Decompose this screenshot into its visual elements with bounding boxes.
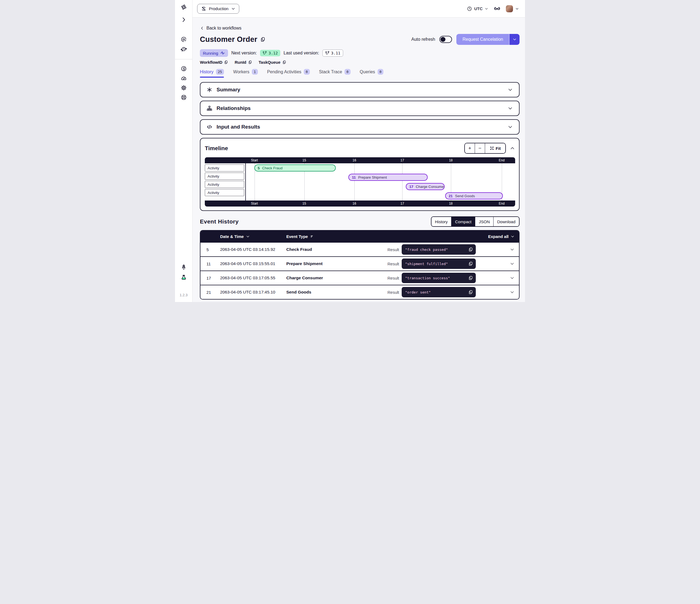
- sidebar-item-schedules-icon[interactable]: [180, 46, 187, 52]
- status-label: Running: [203, 51, 218, 55]
- namespace-selector[interactable]: Production: [197, 4, 239, 14]
- bar-event-id: 17: [409, 185, 413, 189]
- sidebar-item-workflows-icon[interactable]: [180, 36, 187, 43]
- copy-icon: [224, 60, 228, 64]
- expand-row-button[interactable]: [510, 290, 515, 295]
- sidebar-item-nexus-icon[interactable]: [180, 65, 187, 72]
- timeline-chart: Start15161718End ActivityActivityActivit…: [205, 157, 515, 207]
- copy-icon: [468, 261, 473, 266]
- view-history[interactable]: History: [431, 217, 452, 226]
- content: Back to workflows Customer Order Auto re…: [193, 18, 525, 302]
- result-chip[interactable]: "transaction success": [402, 273, 476, 283]
- timeline-row-label: Activity: [205, 164, 244, 171]
- timeline-row: 5Check Fraud: [246, 163, 515, 173]
- timeline-axis-bottom: Start15161718End: [205, 200, 515, 207]
- code-icon: [206, 124, 212, 130]
- bar-event-id: 21: [449, 194, 453, 198]
- auto-refresh-toggle[interactable]: [440, 36, 452, 43]
- sidebar-item-usage-gauge-icon[interactable]: [180, 75, 187, 81]
- summary-panel-header[interactable]: Summary: [200, 82, 520, 97]
- labs-glasses-button[interactable]: [494, 5, 500, 12]
- tab-count-badge: 0: [345, 69, 351, 75]
- result-label: Result: [388, 247, 399, 252]
- view-json[interactable]: JSON: [475, 217, 494, 226]
- tab-workers[interactable]: Workers1: [233, 69, 258, 78]
- main-area: Production UTC: [193, 0, 525, 302]
- timeline-row: 11Prepare Shipment: [246, 173, 515, 182]
- tab-label: Stack Trace: [319, 70, 342, 74]
- meta-label: WorkflowID: [200, 60, 222, 65]
- sidebar-item-support-lifebuoy-icon[interactable]: [180, 94, 187, 101]
- tab-pending-activities[interactable]: Pending Activities0: [267, 69, 310, 78]
- input-results-panel-header[interactable]: Input and Results: [200, 119, 520, 135]
- axis-tick-label: Start: [251, 157, 258, 163]
- tab-queries[interactable]: Queries0: [360, 69, 384, 78]
- result-chip[interactable]: "order sent": [402, 287, 476, 297]
- event-row-11[interactable]: 112063-04-05 UTC 03:15:55.01Prepare Ship…: [200, 256, 519, 270]
- chevron-down-icon: [512, 37, 517, 42]
- table-header: Date & Time Event Type Expand all: [200, 231, 519, 242]
- zoom-out-button[interactable]: −: [475, 143, 485, 153]
- chevron-down-icon: [510, 275, 515, 281]
- column-datetime[interactable]: Date & Time: [220, 234, 286, 239]
- timezone-selector[interactable]: UTC: [467, 6, 489, 11]
- zoom-fit-button[interactable]: Fit: [485, 143, 505, 153]
- expand-row-button[interactable]: [510, 261, 515, 266]
- expand-row-button[interactable]: [510, 275, 515, 281]
- result-chip[interactable]: "shipment fulfilled": [402, 259, 476, 269]
- sidebar-item-labs-flask-icon[interactable]: [180, 274, 187, 281]
- hierarchy-icon: [206, 105, 212, 111]
- app-logo-icon: [180, 4, 187, 10]
- cancelation-options-button[interactable]: [509, 34, 520, 45]
- timeline-bar-send-goods[interactable]: 21Send Goods: [445, 192, 503, 199]
- view-compact[interactable]: Compact: [451, 217, 475, 226]
- view-download[interactable]: Download: [494, 217, 519, 226]
- timeline-bar-charge-consumer[interactable]: 17Charge Consumer: [406, 183, 445, 190]
- request-cancelation-button[interactable]: Request Cancelation: [456, 34, 509, 45]
- avatar: [506, 5, 513, 12]
- last-used-version-value: 3.11: [331, 51, 341, 55]
- zoom-control-group: + − Fit: [464, 143, 506, 154]
- tab-stack-trace[interactable]: Stack Trace0: [319, 69, 351, 78]
- column-event-type[interactable]: Event Type: [286, 234, 388, 239]
- topbar: Production UTC: [193, 0, 525, 18]
- copy-icon: [468, 247, 473, 252]
- relationships-panel-header[interactable]: Relationships: [200, 101, 520, 116]
- event-row-17[interactable]: 172063-04-05 UTC 03:17:05.55Charge Consu…: [200, 270, 519, 285]
- chevron-down-icon: [507, 87, 513, 93]
- expand-row-button[interactable]: [510, 247, 515, 252]
- back-to-workflows-link[interactable]: Back to workflows: [200, 26, 242, 31]
- timeline-header: Timeline + − Fit: [205, 143, 515, 154]
- branch-icon: [325, 51, 329, 55]
- sidebar-expand-chevron-right-icon[interactable]: [180, 17, 187, 23]
- sidebar-item-getting-started-rocket-icon[interactable]: [180, 264, 187, 270]
- timeline-row-labels: ActivityActivityActivityActivity: [205, 163, 246, 200]
- result-chip[interactable]: "fraud check passed": [402, 244, 476, 255]
- timeline-plot: 5Check Fraud11Prepare Shipment17Charge C…: [246, 163, 515, 200]
- sidebar-item-settings-gear-icon[interactable]: [180, 84, 187, 91]
- meta-workflowid[interactable]: WorkflowID: [200, 60, 228, 65]
- timeline-collapse-button[interactable]: [510, 146, 515, 151]
- tab-history[interactable]: History25: [200, 69, 224, 78]
- event-row-21[interactable]: 212063-04-05 UTC 03:17:45.10Send GoodsRe…: [200, 285, 519, 299]
- expand-all-button[interactable]: Expand all: [488, 234, 515, 239]
- panel-label: Relationships: [217, 105, 251, 111]
- zoom-in-button[interactable]: +: [465, 143, 475, 153]
- last-used-version-badge: 3.11: [322, 49, 343, 57]
- page-title: Customer Order: [200, 35, 257, 44]
- app: 1.2.3 Production UTC: [175, 0, 525, 302]
- timeline-bar-check-fraud[interactable]: 5Check Fraud: [254, 164, 336, 171]
- fit-expand-icon: [490, 146, 494, 150]
- event-history-title: Event History: [200, 218, 239, 225]
- user-menu[interactable]: [506, 5, 519, 12]
- copy-title-icon[interactable]: [260, 37, 266, 42]
- axis-tick-label: 17: [401, 157, 404, 163]
- meta-taskqueue[interactable]: TaskQueue: [259, 60, 286, 65]
- axis-tick-label: End: [499, 157, 504, 163]
- event-row-5[interactable]: 52063-04-05 UTC 03:14:15.92Check FraudRe…: [200, 242, 519, 256]
- pulse-icon: [220, 51, 225, 55]
- panel-label: Input and Results: [217, 124, 260, 130]
- event-datetime: 2063-04-05 UTC 03:15:55.01: [220, 261, 286, 266]
- meta-runid[interactable]: RunId: [234, 60, 252, 65]
- timeline-bar-prepare-shipment[interactable]: 11Prepare Shipment: [348, 174, 428, 181]
